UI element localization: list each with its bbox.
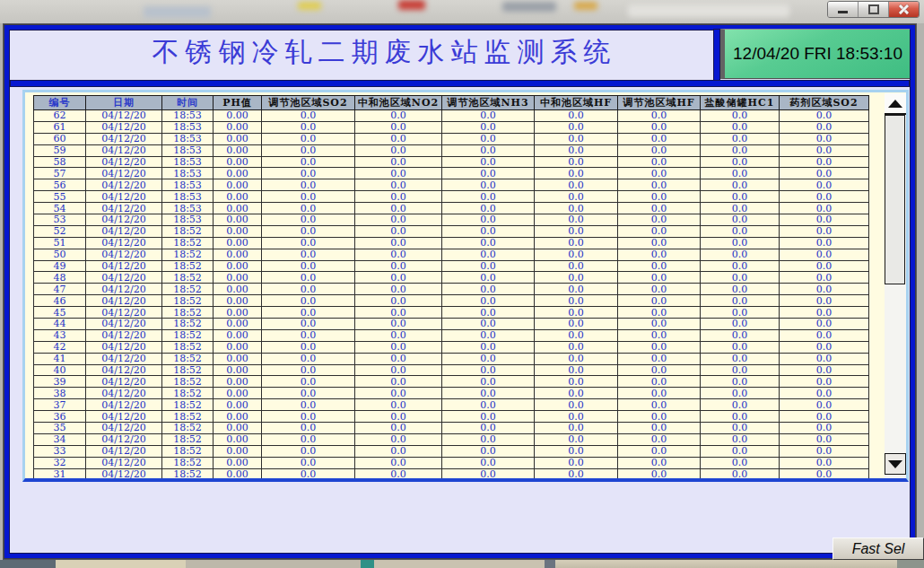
table-row: 5404/12/2018:530.000.00.00.00.00.00.00.0 [34,203,869,214]
cell: 48 [34,272,86,284]
cell: 44 [34,319,86,330]
cell: 0.0 [780,376,869,388]
cell: 18:53 [162,110,214,122]
cell: 36 [34,411,86,423]
fast-sel-button[interactable]: Fast Sel [832,537,924,560]
cell: 0.0 [535,468,618,480]
cell: 0.0 [618,457,701,468]
cell: 0.0 [535,445,618,457]
maximize-button[interactable] [859,2,889,17]
cell: 04/12/20 [86,225,162,237]
cell: 0.0 [701,376,780,388]
cell: 0.0 [701,121,780,133]
cell: 0.0 [355,295,442,307]
cell: 18:52 [162,329,214,341]
cell: 0.0 [262,411,355,423]
cell: 47 [34,284,86,295]
background-blob [298,2,321,10]
cell: 04/12/20 [86,144,162,156]
cell: 04/12/20 [86,329,162,341]
cell: 0.0 [780,272,869,284]
cell: 0.0 [701,329,780,341]
cell: 0.00 [214,272,262,284]
cell: 0.0 [442,457,535,468]
table-row: 3904/12/2018:520.000.00.00.00.00.00.00.0 [34,376,869,388]
table-row: 3804/12/2018:520.000.00.00.00.00.00.00.0 [34,388,869,399]
cell: 0.0 [442,203,535,214]
date-label: 12/04/20 FRI [733,44,832,64]
cell: 04/12/20 [86,307,162,319]
cell: 0.0 [442,445,535,457]
cell: 0.00 [214,433,262,445]
cell: 0.00 [214,411,262,423]
cell: 0.0 [780,203,869,214]
cell: 0.0 [701,179,780,191]
desktop-background-strip [0,0,924,23]
cell: 0.0 [701,364,780,376]
cell: 0.0 [701,319,780,330]
cell: 18:52 [162,237,214,249]
cell: 0.0 [701,110,780,122]
cell: 39 [34,376,86,388]
cell: 0.0 [618,388,701,399]
cell: 0.0 [618,353,701,364]
cell: 0.0 [780,411,869,423]
cell: 0.0 [262,191,355,203]
cell: 04/12/20 [86,168,162,179]
column-header: 药剂区域SO2 [780,96,869,110]
table-row: 3404/12/2018:520.000.00.00.00.00.00.00.0 [34,433,869,445]
close-button[interactable] [889,2,919,17]
cell: 0.0 [780,225,869,237]
cell: 0.0 [262,295,355,307]
cell: 04/12/20 [86,284,162,295]
column-header: 调节池区域NH3 [442,96,535,110]
cell: 0.0 [355,249,442,260]
cell: 0.00 [214,225,262,237]
cell: 18:52 [162,295,214,307]
minimize-button[interactable] [828,2,859,17]
fast-sel-label: Fast Sel [852,541,905,557]
cell: 0.00 [214,133,262,144]
cell: 04/12/20 [86,468,162,480]
cell: 0.0 [701,341,780,353]
cell: 0.00 [214,260,262,272]
cell: 0.00 [214,156,262,168]
cell: 18:52 [162,399,214,411]
cell: 0.0 [780,284,869,295]
column-header: 中和池区域HF [535,96,618,110]
vertical-scrollbar[interactable] [885,93,906,478]
cell: 04/12/20 [86,319,162,330]
cell: 33 [34,445,86,457]
cell: 0.0 [701,225,780,237]
cell: 0.00 [214,295,262,307]
scroll-down-button[interactable] [885,453,906,475]
cell: 0.00 [214,376,262,388]
cell: 0.0 [262,329,355,341]
column-header: 日期 [86,96,162,110]
cell: 0.0 [780,144,869,156]
cell: 0.0 [780,307,869,319]
cell: 18:52 [162,445,214,457]
cell: 0.0 [262,225,355,237]
cell: 04/12/20 [86,433,162,445]
cell: 0.00 [214,319,262,330]
cell: 0.0 [701,156,780,168]
cell: 04/12/20 [86,295,162,307]
cell: 0.00 [214,168,262,179]
cell: 0.0 [442,319,535,330]
scroll-up-button[interactable] [885,93,906,115]
cell: 53 [34,214,86,226]
cell: 0.0 [442,295,535,307]
table-row: 3604/12/2018:520.000.00.00.00.00.00.00.0 [34,411,869,423]
cell: 46 [34,295,86,307]
cell: 0.0 [355,364,442,376]
cell: 0.00 [214,214,262,226]
table-row: 3204/12/2018:520.000.00.00.00.00.00.00.0 [34,457,869,468]
cell: 04/12/20 [86,156,162,168]
cell: 0.0 [442,168,535,179]
cell: 18:53 [162,203,214,214]
taskbar-segment [361,560,374,568]
cell: 31 [34,468,86,480]
scrollbar-thumb[interactable] [885,115,905,284]
cell: 0.0 [262,260,355,272]
